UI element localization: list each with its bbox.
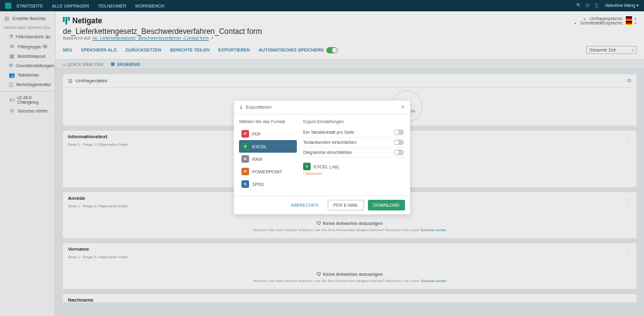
toggle-off-icon <box>394 129 404 135</box>
format-section-label: Wählen Sie das Format <box>239 119 297 124</box>
toggle-off-icon <box>394 139 404 145</box>
cancel-button[interactable]: ABBRECHEN <box>286 200 325 210</box>
format-option-excel[interactable]: XEXCEL <box>239 140 297 153</box>
format-option-powerpoint[interactable]: PPOWERPOINT <box>239 165 297 178</box>
email-button[interactable]: PER E-MAIL <box>328 200 364 210</box>
modal-overlay: ⤓ Exportieren ✕ Wählen Sie das Format PP… <box>0 0 644 316</box>
toggle-off-icon <box>394 150 404 155</box>
close-icon[interactable]: ✕ <box>401 104 405 110</box>
option-include-charts[interactable]: Diagramme einschließen <box>303 148 405 158</box>
option-sheet-per-page[interactable]: Ein Tabellenblatt pro Seite <box>303 128 405 138</box>
export-modal: ⤓ Exportieren ✕ Wählen Sie das Format PP… <box>234 101 410 214</box>
file-type-row: X EXCEL (.xls) <box>303 163 405 170</box>
download-button[interactable]: DOWNLOAD <box>368 200 405 210</box>
modal-title: Exportieren <box>246 104 272 110</box>
settings-section-label: Export-Einstellungen <box>303 119 405 124</box>
option-include-text[interactable]: Textantworten einschließen <box>303 138 405 148</box>
format-option-pdf[interactable]: PPDF <box>239 128 297 140</box>
export-icon: ⤓ <box>239 104 243 110</box>
format-option-spss[interactable]: SSPSS <box>239 178 297 190</box>
format-option-raw[interactable]: RRAW <box>239 153 297 165</box>
version-warning: ! Versionen <box>303 172 405 175</box>
